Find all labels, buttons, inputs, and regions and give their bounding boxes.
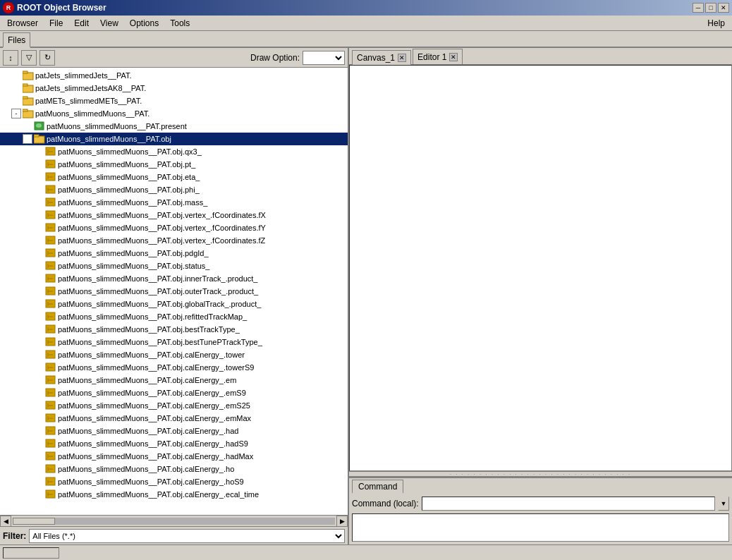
branch-icon: [45, 375, 56, 385]
menu-edit[interactable]: Edit: [68, 16, 94, 30]
hscroll-thumb[interactable]: [13, 518, 55, 525]
sort-button[interactable]: ↕: [3, 50, 18, 66]
command-tab[interactable]: Command: [352, 480, 403, 494]
tree-item[interactable]: patMuons_slimmedMuons__PAT.obj.qx3_: [0, 145, 348, 158]
folder-icon: [23, 71, 34, 80]
tree-item[interactable]: patJets_slimmedJetsAK8__PAT.: [0, 82, 348, 95]
tree-item[interactable]: patJets_slimmedJets__PAT.: [0, 69, 348, 82]
tree-item[interactable]: patMuons_slimmedMuons__PAT.obj.calEnergy…: [0, 437, 348, 450]
file-tree[interactable]: patJets_slimmedJets__PAT. patJets_slimme…: [0, 68, 348, 515]
tree-item-label: patMuons_slimmedMuons__PAT.obj.pdgId_: [58, 249, 209, 257]
tree-item[interactable]: - patMuons_slimmedMuons__PAT.obj: [0, 133, 348, 145]
tree-item[interactable]: patMuons_slimmedMuons__PAT.obj.phi_: [0, 183, 348, 196]
branch-icon: [45, 324, 56, 334]
tree-item-label: patMuons_slimmedMuons__PAT.obj.phi_: [58, 185, 200, 194]
menu-options[interactable]: Options: [124, 16, 164, 30]
branch-icon: [45, 439, 56, 449]
canvas1-close-button[interactable]: ✕: [398, 54, 406, 62]
close-button[interactable]: ✕: [718, 3, 729, 13]
tree-item[interactable]: patMuons_slimmedMuons__PAT.obj.calEnergy…: [0, 475, 348, 488]
app-icon: R: [3, 2, 14, 13]
tree-item[interactable]: patMuons_slimmedMuons__PAT.obj.calEnergy…: [0, 386, 348, 399]
tree-item[interactable]: patMuons_slimmedMuons__PAT.obj.calEnergy…: [0, 374, 348, 386]
tree-item-label: patMuons_slimmedMuons__PAT.obj.calEnergy…: [58, 414, 251, 422]
branch-icon: [45, 337, 56, 347]
tree-item-label: patMuons_slimmedMuons__PAT.obj.mass_: [58, 198, 207, 207]
top-tabs: Files: [0, 31, 732, 48]
branch-icon: [45, 274, 56, 284]
draw-option-select[interactable]: [303, 51, 345, 65]
tree-item[interactable]: patMuons_slimmedMuons__PAT.obj.pt_: [0, 158, 348, 171]
tree-toggle-button[interactable]: -: [23, 134, 32, 144]
tree-item[interactable]: patMuons_slimmedMuons__PAT.obj.calEnergy…: [0, 412, 348, 425]
tree-item-label: patMuons_slimmedMuons__PAT.obj.eta_: [58, 173, 200, 181]
tree-item[interactable]: patMuons_slimmedMuons__PAT.obj.calEnergy…: [0, 450, 348, 463]
tree-item[interactable]: patMuons_slimmedMuons__PAT.present: [0, 120, 348, 133]
menu-file[interactable]: File: [44, 16, 68, 30]
tree-item[interactable]: patMuons_slimmedMuons__PAT.obj.bestTuneP…: [0, 336, 348, 348]
svg-point-9: [36, 123, 42, 128]
tree-item[interactable]: patMuons_slimmedMuons__PAT.obj.vertex_.f…: [0, 209, 348, 221]
hscroll-right-button[interactable]: ▶: [336, 516, 348, 527]
command-output: [352, 513, 729, 542]
title-bar: R ROOT Object Browser ─ □ ✕: [0, 0, 732, 16]
menu-help[interactable]: Help: [702, 16, 731, 30]
tree-item-label: patMuons_slimmedMuons__PAT.obj: [47, 135, 171, 143]
editor1-close-button[interactable]: ✕: [449, 53, 458, 61]
menu-tools[interactable]: Tools: [164, 16, 195, 30]
command-tabs: Command: [349, 478, 732, 494]
branch-icon: [45, 286, 56, 296]
tree-item[interactable]: patMuons_slimmedMuons__PAT.obj.bestTrack…: [0, 323, 348, 336]
filter-button[interactable]: ▽: [21, 50, 37, 66]
tree-item[interactable]: patMuons_slimmedMuons__PAT.obj.calEnergy…: [0, 425, 348, 437]
tree-item[interactable]: patMuons_slimmedMuons__PAT.obj.pdgId_: [0, 247, 348, 260]
filter-select[interactable]: All Files (*.*): [29, 529, 345, 543]
tree-item[interactable]: patMuons_slimmedMuons__PAT.obj.status_: [0, 260, 348, 272]
command-line: Command (local): ▼: [352, 497, 729, 511]
tree-item-label: patMuons_slimmedMuons__PAT.obj.calEnergy…: [58, 363, 254, 372]
tree-item[interactable]: patMuons_slimmedMuons__PAT.obj.calEnergy…: [0, 348, 348, 361]
tree-item[interactable]: patMuons_slimmedMuons__PAT.obj.globalTra…: [0, 298, 348, 310]
tree-item[interactable]: patMuons_slimmedMuons__PAT.obj.vertex_.f…: [0, 221, 348, 234]
minimize-button[interactable]: ─: [693, 3, 704, 13]
tree-toggle-button[interactable]: -: [11, 109, 21, 118]
tab-files[interactable]: Files: [3, 32, 30, 48]
tree-item[interactable]: patMETs_slimmedMETs__PAT.: [0, 95, 348, 107]
command-input[interactable]: [422, 497, 715, 511]
title-bar-buttons: ─ □ ✕: [693, 3, 729, 13]
filter-icon: ▽: [26, 53, 32, 62]
tree-item[interactable]: - patMuons_slimmedMuons__PAT.: [0, 107, 348, 120]
branch-icon: [45, 248, 56, 258]
tab-canvas1[interactable]: Canvas_1 ✕: [352, 50, 411, 66]
tree-item[interactable]: patMuons_slimmedMuons__PAT.obj.innerTrac…: [0, 272, 348, 285]
panel-divider[interactable]: · · · · · · · · · · · · · · · · · · · · …: [349, 471, 732, 477]
tree-item[interactable]: patMuons_slimmedMuons__PAT.obj.eta_: [0, 171, 348, 183]
tree-item[interactable]: patMuons_slimmedMuons__PAT.obj.outerTrac…: [0, 285, 348, 298]
branch-icon: [45, 401, 56, 410]
branch-icon: [45, 236, 56, 245]
tree-item[interactable]: patMuons_slimmedMuons__PAT.obj.calEnergy…: [0, 463, 348, 475]
tree-item-label: patJets_slimmedJets__PAT.: [35, 71, 132, 80]
branch-icon: [45, 147, 56, 157]
hscroll-left-button[interactable]: ◀: [0, 516, 11, 527]
maximize-button[interactable]: □: [705, 3, 716, 13]
tree-item[interactable]: patMuons_slimmedMuons__PAT.obj.mass_: [0, 196, 348, 209]
tree-item[interactable]: patMuons_slimmedMuons__PAT.obj.calEnergy…: [0, 488, 348, 501]
tree-item[interactable]: patMuons_slimmedMuons__PAT.obj.refittedT…: [0, 310, 348, 323]
branch-icon: [45, 210, 56, 220]
hscroll-track[interactable]: [13, 518, 335, 525]
refresh-button[interactable]: ↻: [39, 50, 55, 66]
tab-editor1[interactable]: Editor 1 ✕: [413, 49, 463, 64]
branch-icon: [45, 489, 56, 499]
menu-browser[interactable]: Browser: [1, 16, 44, 30]
tree-item[interactable]: patMuons_slimmedMuons__PAT.obj.calEnergy…: [0, 361, 348, 374]
tree-item[interactable]: patMuons_slimmedMuons__PAT.obj.vertex_.f…: [0, 234, 348, 247]
menu-view[interactable]: View: [94, 16, 124, 30]
tree-item-label: patMuons_slimmedMuons__PAT.obj.calEnergy…: [58, 351, 245, 359]
branch-icon: [45, 185, 56, 195]
tree-item-label: patMuons_slimmedMuons__PAT.obj.vertex_.f…: [58, 211, 266, 219]
svg-rect-1: [23, 71, 28, 73]
command-dropdown-button[interactable]: ▼: [718, 497, 729, 511]
tree-item[interactable]: patMuons_slimmedMuons__PAT.obj.calEnergy…: [0, 399, 348, 412]
folder-icon: [23, 109, 34, 118]
